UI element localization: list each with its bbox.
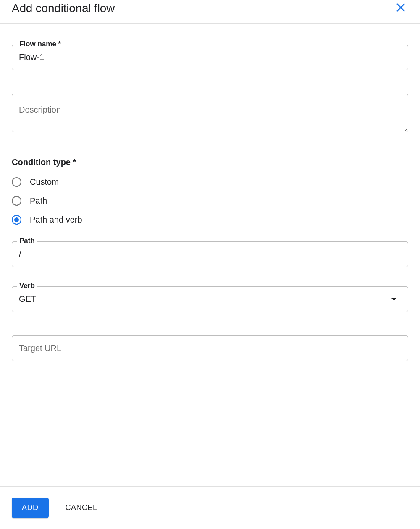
radio-icon [12,177,21,187]
target-url-input[interactable] [12,335,408,361]
condition-type-radio-group: Custom Path Path and verb [12,177,408,225]
radio-option-path-and-verb[interactable]: Path and verb [12,215,408,225]
path-input[interactable] [12,241,408,267]
radio-label: Path [30,196,47,206]
flow-name-input[interactable] [12,45,408,70]
verb-label: Verb [17,282,37,290]
chevron-down-icon [391,298,397,301]
dialog-content: Flow name * Condition type * Custom Path… [0,24,420,486]
radio-label: Custom [30,177,59,187]
radio-icon [12,196,21,206]
radio-icon [12,215,21,225]
close-button[interactable] [393,0,408,16]
cancel-button[interactable]: CANCEL [66,503,97,512]
radio-option-custom[interactable]: Custom [12,177,408,187]
target-url-field-wrapper [12,335,408,361]
dialog-footer: ADD CANCEL [0,486,420,529]
radio-option-path[interactable]: Path [12,196,408,206]
verb-select[interactable]: GET [12,286,408,312]
condition-type-label: Condition type * [12,157,408,167]
path-label: Path [17,237,37,245]
path-field-wrapper: Path [12,241,408,267]
verb-value: GET [19,294,36,304]
add-button[interactable]: ADD [12,498,49,518]
radio-label: Path and verb [30,215,82,225]
description-field-wrapper [12,94,408,134]
close-icon [395,2,407,15]
dialog-title: Add conditional flow [12,2,115,15]
flow-name-field-wrapper: Flow name * [12,45,408,70]
description-textarea[interactable] [12,94,408,132]
dialog-header: Add conditional flow [0,0,420,24]
verb-field-wrapper: Verb GET [12,286,408,312]
flow-name-label: Flow name * [17,40,63,48]
